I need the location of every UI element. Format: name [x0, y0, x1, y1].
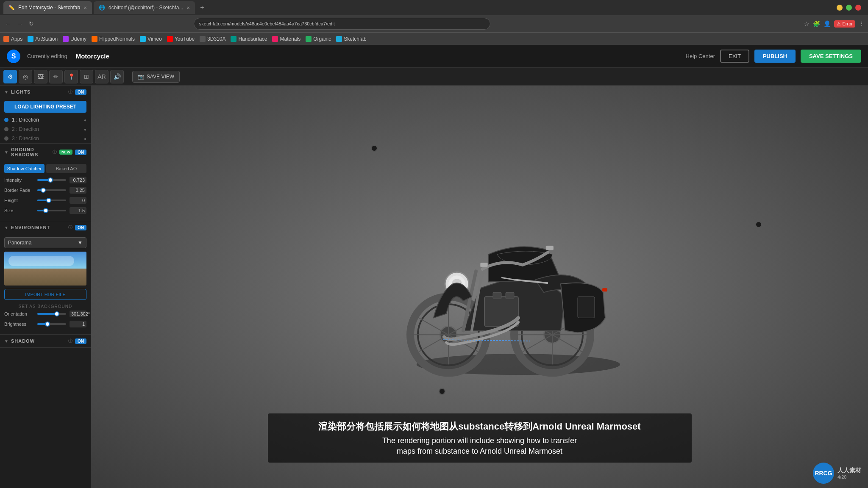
- help-center-btn[interactable]: Help Center: [686, 53, 715, 59]
- forward-btn[interactable]: →: [15, 19, 25, 29]
- subtitle-cn: 渲染部分将包括展示如何将地图从substance转移到Arnold Unreal…: [285, 420, 675, 433]
- light-more-2[interactable]: ●: [84, 127, 86, 132]
- environment-header[interactable]: ▼ ENVIRONMENT ⓘ ON: [0, 221, 91, 234]
- shadow-catcher-tab[interactable]: Shadow Catcher: [4, 164, 45, 173]
- shadow-info-icon[interactable]: ⓘ: [68, 338, 72, 344]
- import-hdr-btn[interactable]: IMPORT HDR FILE: [4, 289, 86, 300]
- bookmark-icon-3: [63, 36, 69, 42]
- extensions-icon[interactable]: 🧩: [813, 20, 820, 27]
- light-point-1[interactable]: [371, 145, 378, 152]
- minimize-btn[interactable]: [837, 5, 843, 11]
- lights-arrow-icon: ▼: [4, 90, 8, 94]
- height-track[interactable]: [37, 200, 66, 201]
- toolbar-audio-btn[interactable]: 🔊: [110, 70, 124, 83]
- lights-header[interactable]: ▼ LIGHTS ⓘ ON: [0, 86, 91, 98]
- bookmark-artstation[interactable]: ArtStation: [28, 36, 58, 42]
- load-preset-btn[interactable]: LOAD LIGHTING PRESET: [4, 101, 86, 113]
- back-btn[interactable]: ←: [3, 19, 13, 29]
- toolbar-annotations-btn[interactable]: 📍: [64, 70, 78, 83]
- error-badge[interactable]: ⚠ Error: [834, 20, 855, 28]
- light-more-1[interactable]: ●: [84, 118, 86, 122]
- brightness-track[interactable]: [37, 323, 66, 325]
- lights-info-icon[interactable]: ⓘ: [68, 89, 72, 95]
- light-point-3[interactable]: [439, 388, 445, 395]
- orientation-thumb[interactable]: [54, 311, 59, 316]
- viewport: 渲染部分将包括展示如何将地图从substance转移到Arnold Unreal…: [91, 86, 868, 488]
- bookmark-handsurface[interactable]: Handsurface: [231, 36, 267, 42]
- bookmark-udemy[interactable]: Udemy: [63, 36, 86, 42]
- toolbar-settings-btn[interactable]: ⚙: [3, 70, 17, 83]
- address-bar[interactable]: sketchfab.com/models/c48ac4e0ebef484aa4a…: [194, 18, 490, 30]
- toolbar-ar-btn[interactable]: AR: [95, 70, 108, 83]
- light-point-2[interactable]: [755, 221, 762, 228]
- browser-toolbar-icons: ☆ 🧩 👤 ⚠ Error ⋮: [804, 20, 865, 28]
- bookmark-star-icon[interactable]: ☆: [804, 20, 810, 27]
- light-item-1[interactable]: 1 : Direction ●: [0, 115, 91, 125]
- bookmark-label-11: Sketchfab: [344, 36, 366, 42]
- cylinder-2: [506, 292, 514, 299]
- bookmark-label-7: 3D310A: [207, 36, 225, 42]
- set-bg-btn[interactable]: SET AS BACKGROUND: [4, 302, 86, 311]
- bookmark-vimeo[interactable]: Vimeo: [140, 36, 162, 42]
- reload-btn[interactable]: ↻: [27, 19, 36, 29]
- bookmark-youtube[interactable]: YouTube: [167, 36, 195, 42]
- tab-active[interactable]: ✏️ Edit Motorcycle - Sketchfab ✕: [3, 1, 92, 14]
- exit-btn[interactable]: EXIT: [720, 50, 749, 63]
- bookmark-organic[interactable]: Organic: [306, 36, 331, 42]
- intensity-thumb[interactable]: [48, 177, 53, 183]
- close-btn[interactable]: [855, 5, 861, 11]
- save-view-btn[interactable]: 📷 SAVE VIEW: [132, 71, 180, 83]
- env-toggle[interactable]: ON: [75, 225, 86, 230]
- toolbar-edit-btn[interactable]: ✏: [49, 70, 63, 83]
- saddlebag-lid: [578, 297, 595, 318]
- bookmark-icon-11: [336, 36, 342, 42]
- orientation-track[interactable]: [37, 313, 66, 315]
- intensity-track[interactable]: [37, 179, 66, 181]
- border-fade-label: Border Fade: [4, 188, 34, 193]
- brightness-thumb[interactable]: [45, 322, 50, 327]
- tab-close-btn[interactable]: ✕: [83, 6, 87, 10]
- size-thumb[interactable]: [43, 208, 48, 213]
- height-thumb[interactable]: [46, 198, 51, 203]
- light-item-3[interactable]: 3 : Direction ●: [0, 134, 91, 143]
- window-controls: [837, 5, 865, 11]
- maximize-btn[interactable]: [846, 5, 852, 11]
- lights-toggle[interactable]: ON: [75, 89, 86, 95]
- error-icon: ⚠: [837, 21, 841, 27]
- bookmark-icon-2: [28, 36, 33, 42]
- border-fade-thumb[interactable]: [41, 188, 46, 193]
- env-info-icon[interactable]: ⓘ: [68, 225, 72, 230]
- env-dropdown[interactable]: Panorama ▼: [4, 237, 86, 248]
- save-settings-btn[interactable]: SAVE SETTINGS: [801, 50, 861, 63]
- publish-btn[interactable]: PUBLISH: [754, 50, 796, 63]
- new-tab-btn[interactable]: +: [197, 4, 207, 11]
- toolbar-scene-btn[interactable]: ◎: [19, 70, 32, 83]
- baked-ao-tab[interactable]: Baked AO: [46, 164, 86, 173]
- shadow-header[interactable]: ▼ SHADOW ⓘ ON: [0, 335, 91, 347]
- mirror-right: [546, 246, 554, 250]
- bookmark-flippednormals[interactable]: FlippedNormals: [92, 36, 135, 42]
- light-more-3[interactable]: ●: [84, 136, 86, 141]
- bookmark-label-10: Organic: [313, 36, 331, 42]
- settings-icon[interactable]: ⋮: [859, 20, 865, 27]
- bookmark-3d310a[interactable]: 3D310A: [200, 36, 225, 42]
- shadows-toggle[interactable]: ON: [75, 150, 86, 155]
- border-fade-track[interactable]: [37, 189, 66, 191]
- border-fade-slider-row: Border Fade 0.25: [4, 187, 86, 194]
- profile-icon[interactable]: 👤: [823, 20, 831, 27]
- size-slider-row: Size 1.5: [4, 207, 86, 214]
- shadows-info-icon[interactable]: ⓘ: [53, 149, 57, 155]
- bookmark-materials[interactable]: Materials: [272, 36, 300, 42]
- light-item-2[interactable]: 2 : Direction ●: [0, 125, 91, 134]
- address-text: sketchfab.com/models/c48ac4e0ebef484aa4a…: [199, 21, 335, 26]
- bookmark-sketchfab[interactable]: Sketchfab: [336, 36, 366, 42]
- tab-favicon: ✏️: [8, 5, 15, 11]
- shadow-toggle[interactable]: ON: [75, 338, 86, 344]
- size-track[interactable]: [37, 210, 66, 211]
- toolbar-grid-btn[interactable]: ⊞: [80, 70, 93, 83]
- tab-inactive[interactable]: 🌐 dcbittorf (@dcbittorf) - Sketchfa... ✕: [94, 1, 195, 14]
- ground-shadows-header[interactable]: ▼ GROUND SHADOWS ⓘ NEW ON: [0, 144, 91, 161]
- bookmark-apps[interactable]: Apps: [3, 36, 22, 42]
- tab-close-btn-2[interactable]: ✕: [186, 6, 190, 10]
- toolbar-image-btn[interactable]: 🖼: [34, 70, 47, 83]
